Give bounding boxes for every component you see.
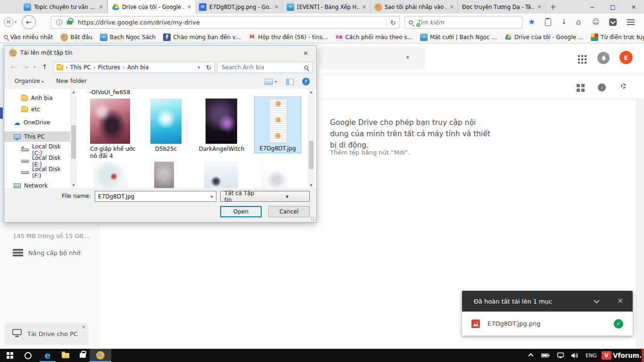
crumb-anh-bia[interactable]: Anh bia <box>127 64 149 71</box>
open-button[interactable]: Open <box>220 206 262 217</box>
bookmark-color-guide[interactable]: Cách phối màu theo s... <box>335 33 412 41</box>
file-label[interactable]: D5b25c <box>143 146 189 153</box>
bookmark-bach-ngoc-sach[interactable]: ~Bạch Ngọc Sách <box>100 33 156 41</box>
collapse-chevron-icon[interactable] <box>594 297 600 304</box>
dialog-title-bar[interactable]: Tải lên một tập tin × <box>4 46 316 60</box>
grid-view-icon[interactable] <box>577 84 580 87</box>
tab-close-icon[interactable]: × <box>537 4 542 10</box>
cancel-button[interactable]: Cancel <box>268 206 310 217</box>
clipped-file-label[interactable]: -OIVoUI_fw658 <box>89 89 130 96</box>
file-label[interactable]: Cơ giáp khế ước nô đãi 4 <box>90 146 139 160</box>
new-tab-button[interactable]: + <box>546 0 560 14</box>
view-caret-icon[interactable]: ▾ <box>275 80 277 84</box>
tree-item-disk-f[interactable]: Local Disk (F:) <box>4 167 70 178</box>
tab-event[interactable]: ~ [EVENT] - Bảng Xếp H... × <box>283 0 371 14</box>
nav-up-icon[interactable]: ↑ <box>42 63 48 71</box>
scroll-up-icon[interactable]: ▲ <box>70 89 77 95</box>
bookmark-get-started[interactable]: Bắt đầu <box>60 33 92 41</box>
tab-close-icon[interactable]: × <box>450 4 454 10</box>
refresh-button[interactable]: ↻ <box>203 62 215 73</box>
scroll-down-icon[interactable]: ▼ <box>70 182 77 188</box>
help-icon[interactable]: ? <box>302 78 310 85</box>
edge-taskbar-icon[interactable]: e <box>40 349 56 362</box>
breadcrumb[interactable]: › This PC › Pictures › Anh bia ▾ <box>53 62 203 73</box>
chevron-down-icon[interactable]: ▾ <box>406 54 409 60</box>
volume-icon[interactable] <box>571 349 579 362</box>
toast-close-icon[interactable]: × <box>617 296 623 305</box>
scrollbar-thumb[interactable] <box>71 125 76 159</box>
view-thumbnails-icon[interactable] <box>264 79 273 85</box>
file-explorer-taskbar-icon[interactable] <box>58 349 73 362</box>
address-caret-icon[interactable]: ▾ <box>198 65 200 70</box>
combo-caret-icon[interactable]: ▾ <box>265 193 309 200</box>
file-name-input[interactable] <box>95 193 207 200</box>
tab-doc-truyen[interactable]: Đọc truyện Tương Dạ - Tá... × <box>458 0 546 14</box>
crumb-this-pc[interactable]: This PC <box>70 64 91 71</box>
file-thumbnail-row2[interactable] <box>204 162 238 188</box>
bookmark-gmail[interactable]: Hộp thư đến (56) - tins... <box>248 33 328 41</box>
file-thumbnail-row2[interactable] <box>261 162 287 188</box>
downloads-icon[interactable]: ↓ <box>561 17 567 26</box>
file-type-combo[interactable]: Tất cả Tập tin ▾ <box>220 191 310 202</box>
resize-grip[interactable] <box>311 216 315 221</box>
tree-scrollbar[interactable]: ▲ ▼ <box>70 89 77 188</box>
preview-pane-icon[interactable] <box>286 79 294 85</box>
page-scrollbar[interactable] <box>636 99 644 349</box>
nav-forward-icon[interactable]: → <box>23 63 29 71</box>
organize-menu[interactable]: Organize ▾ <box>15 78 44 84</box>
files-scrollbar[interactable]: ▲ ▼ <box>308 89 314 188</box>
file-label[interactable]: DarkAngelWitch <box>195 146 248 153</box>
home-icon[interactable]: ⌂ <box>576 17 581 26</box>
tree-item-this-pc[interactable]: This PC <box>4 132 70 142</box>
pocket-icon[interactable] <box>609 18 617 26</box>
tree-item-network[interactable]: Network <box>4 181 70 188</box>
dialog-search-input[interactable] <box>222 64 304 71</box>
tab-close-icon[interactable]: × <box>99 4 103 10</box>
store-taskbar-icon[interactable] <box>75 349 90 362</box>
account-avatar[interactable]: E <box>619 51 633 64</box>
tab-image[interactable]: E7Dg8DT.jpg.png - Go... × <box>195 0 283 14</box>
menu-icon[interactable] <box>627 19 635 25</box>
dialog-search-box[interactable] <box>217 62 313 73</box>
tree-item-disk-c[interactable]: Local Disk (C:) <box>4 145 70 155</box>
start-button[interactable] <box>4 349 16 362</box>
dialog-close-button[interactable]: × <box>295 46 316 60</box>
restore-button[interactable]: □ <box>603 0 623 14</box>
crumb-pictures[interactable]: Pictures <box>98 64 121 71</box>
file-thumbnail-co-giap[interactable] <box>90 99 130 144</box>
tab-topic[interactable]: ~ Topic chuyên tư vấn ... × <box>20 0 107 14</box>
tree-item-anh-bia[interactable]: Anh bia <box>4 93 70 103</box>
get-drive-card[interactable]: Tải Drive cho PC × <box>5 323 89 345</box>
upgrade-storage-link[interactable]: Nâng cấp bộ nhớ <box>28 249 81 256</box>
notifications-bell-icon[interactable] <box>597 52 610 64</box>
info-icon[interactable]: i <box>598 83 606 91</box>
firefox-taskbar-icon[interactable] <box>90 349 111 362</box>
battery-icon[interactable] <box>541 349 550 362</box>
window-close-button[interactable]: × <box>623 0 644 14</box>
bookmark-most-visited[interactable]: Vào nhiều nhất <box>4 34 53 41</box>
scroll-down-icon[interactable]: ▼ <box>308 182 314 188</box>
bookmarks-overflow-chevron[interactable]: » <box>636 33 640 41</box>
tab-close-icon[interactable]: × <box>187 4 191 10</box>
file-thumbnail-row2[interactable] <box>154 162 174 188</box>
file-thumbnail-darkangelwitch[interactable] <box>206 99 237 144</box>
tab-sao-toi[interactable]: Sao tôi phải nhấp vào ... × <box>371 0 458 14</box>
nav-back-icon[interactable]: ← <box>11 63 17 71</box>
tree-item-onedrive[interactable]: ☁OneDrive <box>4 117 70 128</box>
tab-close-icon[interactable]: × <box>362 4 366 10</box>
dismiss-card-icon[interactable]: × <box>82 324 86 330</box>
nav-history-caret-icon[interactable]: ▾ <box>33 65 35 69</box>
file-thumbnail-e7dg8dt-selected[interactable]: E7Dg8DT.jpg <box>254 97 301 153</box>
bookmark-drive[interactable]: Drive của tôi - Google ... <box>504 33 583 41</box>
google-apps-icon[interactable] <box>578 55 580 57</box>
bookmark-mat-cuoi[interactable]: ~Mặt cười | Bạch Ngọc ... <box>420 33 497 41</box>
network-icon[interactable] <box>557 349 565 362</box>
toast-item-row[interactable]: E7Dg8DT.jpg.png ✓ <box>462 312 633 336</box>
tray-expand-chevron-icon[interactable] <box>528 353 533 358</box>
bookmark-star-icon[interactable]: ★ <box>528 17 535 26</box>
tab-drive[interactable]: Drive của tôi - Google ... × <box>107 0 195 14</box>
tab-close-icon[interactable]: × <box>274 4 279 10</box>
tree-item-disk-e[interactable]: Local Disk (E:) <box>4 156 70 166</box>
scrollbar-thumb[interactable] <box>309 141 314 169</box>
cortana-button[interactable] <box>22 349 34 362</box>
